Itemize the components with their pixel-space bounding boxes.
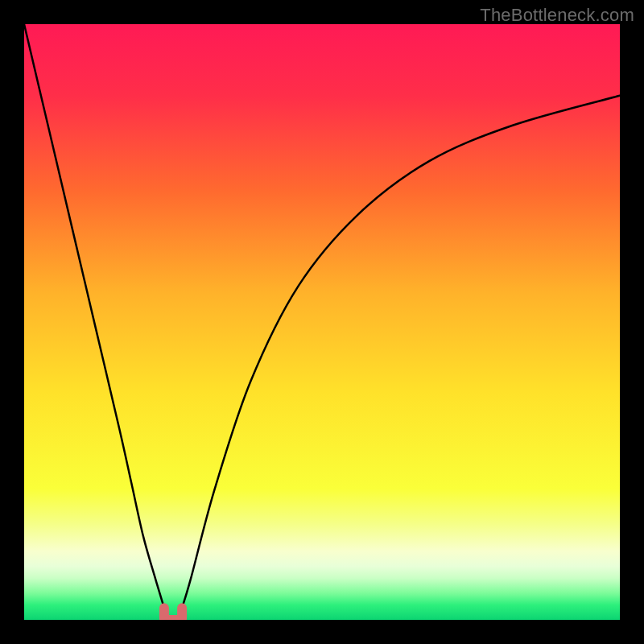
valley-marker (164, 608, 182, 620)
plot-area (24, 24, 620, 620)
bottleneck-curve-left (24, 24, 164, 608)
curve-layer (24, 24, 620, 620)
watermark-text: TheBottleneck.com (480, 5, 634, 26)
bottleneck-curve-right (182, 96, 620, 608)
